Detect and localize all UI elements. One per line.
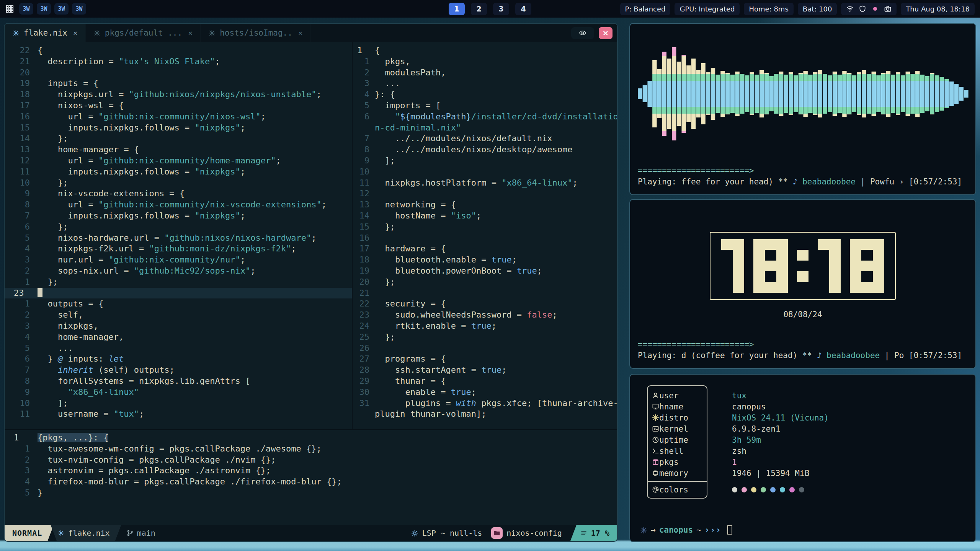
music-status: =======================> Playing: ffee f… xyxy=(638,165,968,187)
palette-dot xyxy=(751,487,756,492)
status-pill: GPU: Integrated xyxy=(675,3,740,15)
screen-button-4[interactable]: 4 xyxy=(515,3,531,15)
code-text: n-cd-minimal.nix" xyxy=(375,122,617,134)
tab-close-icon[interactable]: × xyxy=(188,28,193,37)
system-tray[interactable] xyxy=(841,3,897,15)
line-number: 1 xyxy=(353,56,375,67)
project-name: nixos-config xyxy=(506,528,562,538)
line-number: 25 xyxy=(353,332,375,343)
pane-pkgs-default[interactable]: 1{pkgs, ...}: {1 tux-awesome-wm-config =… xyxy=(5,429,617,527)
fetch-label: pkgs xyxy=(659,458,679,467)
clock-widget[interactable]: Thu Aug 08, 18:18 xyxy=(901,3,975,15)
folder-icon xyxy=(493,530,500,536)
code-text xyxy=(375,233,617,244)
line-number: 13 xyxy=(353,199,375,210)
code-line: 14 hostName = "iso"; xyxy=(353,210,617,222)
code-text: ../../modules/nixos/desktop/awesome xyxy=(375,144,617,155)
code-line: 23 xyxy=(5,288,352,299)
clock-digit xyxy=(818,239,841,293)
code-text: sops-nix.url = "github:Mic92/sops-nix"; xyxy=(38,266,352,277)
terminal-palette-dots xyxy=(732,487,804,492)
code-text: nix-vscode-extensions = { xyxy=(38,188,352,199)
fetch-value: 6.9.8-zen1 xyxy=(732,424,780,434)
code-line: 25 }; xyxy=(353,332,617,343)
fetch-row: distroNixOS 24.11 (Vicuna) xyxy=(647,412,688,423)
code-text: nixpkgs, xyxy=(38,321,352,332)
tab-close-icon[interactable]: × xyxy=(298,28,303,37)
code-line: 8 ../../modules/nixos/desktop/awesome xyxy=(353,144,617,155)
code-line: 3 ... xyxy=(353,78,617,89)
eye-icon xyxy=(579,29,586,37)
shield-icon xyxy=(859,5,866,13)
tab-hosts-isoimag-[interactable]: hosts/isoImag..× xyxy=(201,24,311,42)
code-line: 18 bluetooth.enable = true; xyxy=(353,254,617,266)
code-line: n-cd-minimal.nix" xyxy=(353,122,617,134)
pane-iso-image[interactable]: 1{1 pkgs,2 modulesPath,3 ...4}: {5 impor… xyxy=(353,42,617,429)
code-text: tux-awesome-wm-config = pkgs.callPackage… xyxy=(38,443,617,455)
workspace-tag[interactable]: 3W xyxy=(72,3,86,15)
code-text: url = "github:nix-community/home-manager… xyxy=(38,155,352,166)
line-number: 20 xyxy=(5,67,38,78)
workspace-tag[interactable]: 3W xyxy=(37,3,51,15)
line-number: 14 xyxy=(353,210,375,222)
workspace-tag[interactable]: 3W xyxy=(19,3,33,15)
snowflake-icon xyxy=(652,414,659,421)
code-text: networking = { xyxy=(375,199,617,210)
clock-display xyxy=(710,232,896,300)
code-line: 16 xyxy=(353,233,617,244)
screen-button-3[interactable]: 3 xyxy=(493,3,509,15)
code-text xyxy=(375,288,617,299)
pane-flake-nix[interactable]: 22{21 description = "tux's NixOS Flake";… xyxy=(5,42,352,429)
shell-prompt[interactable]: → canopus ~ ››› xyxy=(640,525,732,535)
code-text: inputs.nixpkgs.follows = "nixpkgs"; xyxy=(38,166,352,178)
line-number: 20 xyxy=(353,277,375,288)
line-number: 10 xyxy=(5,178,38,189)
close-window-button[interactable]: × xyxy=(599,27,612,39)
code-text: home-manager = { xyxy=(38,144,352,155)
tab-close-icon[interactable]: × xyxy=(73,28,78,37)
code-line: 14 }; xyxy=(5,133,352,144)
code-text: plugin thunar-volman]; xyxy=(375,409,617,420)
app-grid-icon[interactable] xyxy=(5,5,14,13)
tab-pkgs-default-[interactable]: pkgs/default ...× xyxy=(86,24,201,42)
line-number: 1 xyxy=(353,45,375,56)
code-text: nixpkgs.hostPlatform = "x86_64-linux"; xyxy=(375,178,617,189)
code-text: } xyxy=(38,487,617,499)
tab-flake-nix[interactable]: flake.nix× xyxy=(5,24,86,42)
fetch-separator xyxy=(647,481,707,482)
workspace-tag[interactable]: 3W xyxy=(54,3,69,15)
clock-digit xyxy=(850,239,884,293)
code-line: 7 inherit (self) outputs; xyxy=(5,365,352,376)
line-number: 5 xyxy=(5,233,38,244)
code-text: }; xyxy=(38,277,352,288)
code-text: inputs.nixpkgs.follows = "nixpkgs"; xyxy=(38,210,352,222)
line-number: 16 xyxy=(5,111,38,122)
scroll-progress-value: 17 % xyxy=(591,528,609,538)
eye-icon xyxy=(579,29,586,37)
fetch-label: hname xyxy=(659,402,683,411)
code-text: plugins = with pkgs.xfce; [thunar-archiv… xyxy=(375,398,617,409)
code-text: imports = [ xyxy=(375,100,617,111)
code-line: 2 modulesPath, xyxy=(353,67,617,78)
line-number: 19 xyxy=(353,266,375,277)
code-line: 12 url = "github:nix-community/home-mana… xyxy=(5,155,352,166)
lines-icon xyxy=(580,530,587,536)
fetch-row: hnamecanopus xyxy=(647,401,688,412)
view-toggle-button[interactable] xyxy=(571,27,594,39)
line-number: 18 xyxy=(5,89,38,100)
line-number: 5 xyxy=(5,343,38,354)
lsp-status: LSP ~ null-ls xyxy=(411,528,482,538)
fetch-colors-row: colors xyxy=(647,484,688,495)
music-status-2: =======================> Playing: d (cof… xyxy=(638,339,968,361)
code-text xyxy=(375,343,617,354)
gear-icon xyxy=(411,530,418,537)
code-text: modulesPath, xyxy=(375,67,617,78)
line-number: 5 xyxy=(353,100,375,111)
line-number: 22 xyxy=(5,45,38,56)
code-text: firefox-mod-blur = pkgs.callPackage ./fi… xyxy=(38,476,617,487)
neovim-window: flake.nix×pkgs/default ...×hosts/isoImag… xyxy=(4,23,618,542)
screen-button-2[interactable]: 2 xyxy=(471,3,487,15)
screen-button-1[interactable]: 1 xyxy=(449,3,465,15)
line-number: 1 xyxy=(5,277,38,288)
line-number xyxy=(353,122,375,134)
